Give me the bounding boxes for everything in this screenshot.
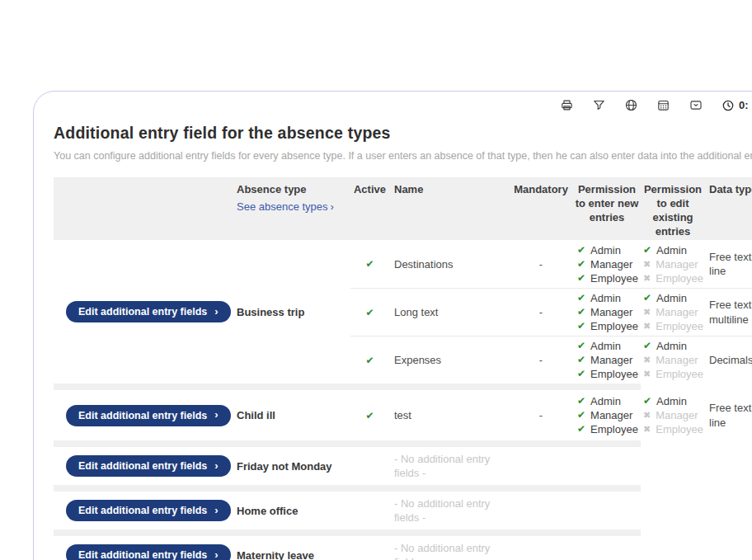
mandatory-value: - [539,409,543,421]
absence-type-cell: Friday not Monday [233,447,350,485]
calendar-icon[interactable] [656,98,670,112]
edit-fields-cell: Edit additional entry fields› [54,240,233,384]
permission-admin: ✔Admin [577,291,621,305]
cross-icon: ✖ [643,319,651,333]
data-type-value: Free text, multiline [709,298,752,327]
permission-employee: ✔Employee [577,422,638,436]
permission-role-label: Employee [656,271,703,285]
permission-admin: ✔Admin [577,394,621,408]
edit-button-label: Edit additional entry fields [78,460,207,472]
absence-type-group: Edit additional entry fields›Friday not … [54,447,752,485]
header-spacer [54,177,233,240]
field-name-cell: - No additional entry fields - [389,447,508,485]
edit-fields-cell: Edit additional entry fields› [54,492,233,529]
data-type-cell: Free text, one line [706,390,752,440]
permission-manager: ✖Manager [643,305,698,319]
envelope-icon[interactable] [689,98,703,112]
permission-employee: ✔Employee [577,271,638,285]
permission-edit-cell [640,492,706,529]
header-name: Name [389,177,508,240]
data-type-cell [706,447,752,485]
check-icon: ✔ [577,319,585,333]
time-tracker[interactable]: 0: [721,99,749,112]
mandatory-cell: - [508,336,574,384]
chevron-right-icon: › [214,548,218,560]
field-name-cell: - No additional entry fields - [389,492,508,529]
permission-role-label: Manager [656,408,698,422]
permission-role-label: Employee [590,367,638,381]
cross-icon: ✖ [643,305,651,319]
page-title: Additional entry field for the absence t… [54,124,391,143]
timer-value: 0: [739,99,749,111]
header-data-type: Data type [706,177,752,240]
absence-type-group: Edit additional entry fields›Business tr… [54,240,752,384]
permission-edit-cell: ✔Admin✖Manager✖Employee [640,240,706,288]
permission-admin: ✔Admin [577,243,621,257]
edit-button-label: Edit additional entry fields [78,505,207,516]
mandatory-cell [508,536,574,560]
edit-additional-entry-fields-button[interactable]: Edit additional entry fields› [66,455,231,477]
permission-manager: ✖Manager [643,408,698,422]
cross-icon: ✖ [643,422,651,436]
mandatory-value: - [539,306,543,318]
permission-enter-cell [574,447,640,485]
check-icon: ✔ [577,305,585,319]
active-cell [350,536,389,560]
clock-icon [721,99,735,112]
edit-additional-entry-fields-button[interactable]: Edit additional entry fields› [66,405,231,426]
permission-enter-cell [574,492,640,529]
edit-fields-cell: Edit additional entry fields› [54,447,233,485]
permission-edit-cell: ✔Admin✖Manager✖Employee [640,336,706,384]
edit-button-label: Edit additional entry fields [78,549,207,560]
edit-fields-cell: Edit additional entry fields› [54,536,233,560]
check-icon: ✔ [577,422,585,436]
absence-type-label: Business trip [237,306,304,318]
permission-enter-cell: ✔Admin✔Manager✔Employee [574,336,640,384]
permission-role-label: Admin [656,394,687,408]
check-icon: ✔ [577,408,585,422]
globe-icon[interactable] [624,98,638,112]
field-name-cell: test [389,390,508,440]
mandatory-value: - [539,258,543,271]
chevron-right-icon: › [214,459,218,472]
table-body: Edit additional entry fields›Business tr… [54,240,752,560]
edit-additional-entry-fields-button[interactable]: Edit additional entry fields› [66,544,231,560]
permission-enter-cell: ✔Admin✔Manager✔Employee [574,288,640,336]
permission-manager: ✔Manager [577,408,632,422]
mandatory-cell: - [508,288,574,336]
permission-admin: ✔Admin [577,339,621,353]
permission-role-label: Admin [656,291,687,305]
permission-employee: ✖Employee [643,422,703,436]
permission-role-label: Admin [590,394,621,408]
edit-button-label: Edit additional entry fields [78,306,207,318]
data-type-cell [706,536,752,560]
field-name-cell: Expenses [389,336,508,384]
permission-role-label: Employee [590,319,638,333]
permission-role-label: Manager [590,353,632,367]
absence-type-label: Home office [237,505,298,517]
permission-role-label: Admin [590,339,621,353]
permission-role-label: Admin [590,291,621,305]
absence-type-label: Child ill [237,409,275,421]
absence-type-group: Edit additional entry fields›Home office… [54,492,752,529]
permission-enter-cell: ✔Admin✔Manager✔Employee [574,390,640,440]
permission-role-label: Manager [656,353,698,367]
header-absence-type: Absence type See absence types› [233,177,350,240]
edit-additional-entry-fields-button[interactable]: Edit additional entry fields› [66,500,231,521]
check-icon: ✔ [577,353,585,367]
permission-manager: ✔Manager [577,305,632,319]
absence-type-label: Maternity leave [237,549,314,560]
absence-type-group: Edit additional entry fields›Maternity l… [54,536,752,560]
permission-edit-cell: ✔Admin✖Manager✖Employee [640,390,706,440]
permission-admin: ✔Admin [643,291,687,305]
cross-icon: ✖ [643,257,651,271]
field-name-cell: Long text [389,288,508,336]
filter-icon[interactable] [592,98,606,112]
permission-employee: ✖Employee [643,367,703,381]
edit-additional-entry-fields-button[interactable]: Edit additional entry fields› [66,301,231,322]
cross-icon: ✖ [643,271,651,285]
printer-icon[interactable] [560,98,574,112]
header-permission-enter: Permission to enter new entries [574,177,640,240]
see-absence-types-link[interactable]: See absence types› [237,200,350,214]
check-icon: ✔ [643,394,651,408]
